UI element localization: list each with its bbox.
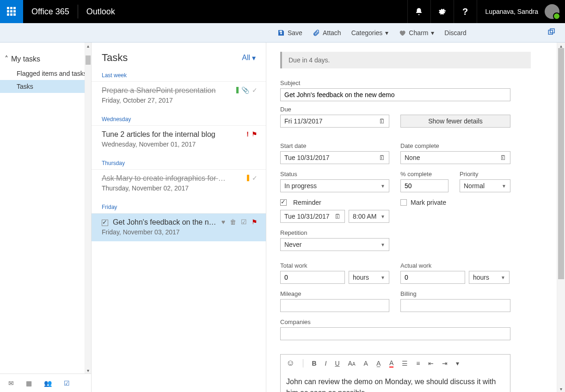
discard-button[interactable]: Discard [444, 29, 466, 37]
actualwork-input[interactable] [400, 271, 465, 284]
billing-input[interactable] [400, 299, 510, 312]
group-friday[interactable]: Friday [92, 197, 266, 213]
notes-textarea[interactable]: John can review the demo on Monday, we s… [281, 372, 510, 392]
popout-icon[interactable] [547, 28, 556, 37]
settings-icon[interactable] [430, 0, 454, 23]
sidebar-item-tasks[interactable]: Tasks [0, 80, 91, 93]
brand-label[interactable]: Office 365 [23, 7, 78, 17]
calendar-icon[interactable]: 🗓 [379, 154, 385, 161]
indent-icon[interactable]: ⇥ [442, 360, 448, 367]
sidebar-head-mytasks[interactable]: ˄ My tasks [0, 51, 91, 67]
app-name[interactable]: Outlook [78, 7, 123, 17]
chevron-down-icon: ▼ [381, 275, 385, 280]
due-date-picker[interactable]: Fri 11/3/2017 🗓 [280, 115, 389, 128]
mileage-input[interactable] [280, 299, 389, 312]
underline-icon[interactable]: U [335, 360, 339, 367]
top-bar: Office 365 Outlook ? Lupanava, Sandra [0, 0, 565, 23]
font-color-icon[interactable]: A [389, 359, 393, 368]
user-name[interactable]: Lupanava, Sandra [477, 0, 545, 23]
calendar-icon[interactable]: 🗓 [334, 213, 341, 220]
charm-button[interactable]: Charm ▾ [399, 29, 434, 37]
main: ˄ My tasks Flagged items and tasks Tasks… [0, 43, 565, 392]
date-complete-picker[interactable]: None 🗓 [400, 151, 510, 164]
tasks-icon[interactable]: ☑ [64, 380, 70, 387]
reminder-checkbox[interactable] [280, 199, 287, 206]
categories-button[interactable]: Categories ▾ [351, 29, 389, 37]
show-fewer-details-button[interactable]: Show fewer details [400, 115, 510, 128]
help-icon[interactable]: ? [454, 0, 477, 23]
subject-input[interactable] [280, 88, 510, 101]
categories-label: Categories [351, 29, 383, 37]
task-row[interactable]: Ask Mary to create infographics for O3… … [92, 169, 266, 197]
attach-button[interactable]: Attach [313, 29, 341, 37]
totalwork-input[interactable] [280, 271, 345, 284]
start-value: Tue 10/31/2017 [284, 154, 330, 161]
private-checkbox[interactable] [400, 199, 407, 206]
datecomplete-label: Date complete [400, 142, 510, 149]
charm-icon[interactable]: ♥ [221, 218, 225, 226]
svg-rect-0 [7, 7, 9, 9]
chevron-down-icon: ▼ [381, 214, 385, 219]
list-filter[interactable]: All ▾ [242, 54, 256, 62]
chevron-down-icon: ▼ [502, 184, 506, 189]
task-date: Friday, November 03, 2017 [102, 228, 256, 236]
complete-checkbox[interactable] [102, 220, 108, 226]
task-title: Ask Mary to create infographics for O3… [102, 174, 256, 183]
task-title: Prepare a SharePoint presentation [102, 86, 256, 95]
bullets-icon[interactable]: ☰ [402, 360, 408, 367]
group-last-week[interactable]: Last week [92, 66, 266, 81]
task-row[interactable]: Prepare a SharePoint presentation Friday… [92, 81, 266, 110]
chevron-down-icon: ▼ [381, 184, 385, 189]
calendar-icon[interactable]: 🗓 [500, 154, 506, 161]
group-wednesday[interactable]: Wednesday [92, 110, 266, 125]
app-launcher-icon[interactable] [0, 0, 23, 23]
svg-rect-4 [10, 10, 12, 12]
highlight-icon[interactable]: A̲ [376, 360, 381, 367]
companies-input[interactable] [280, 327, 510, 340]
start-date-picker[interactable]: Tue 10/31/2017 🗓 [280, 151, 389, 164]
task-row[interactable]: Tune 2 articles for the internal blog We… [92, 125, 266, 153]
calendar-icon[interactable]: 🗓 [379, 117, 385, 125]
actualwork-label: Actual work [400, 262, 510, 269]
font-size-icon[interactable]: AA [348, 360, 356, 367]
notifications-icon[interactable] [407, 0, 430, 23]
sidebar-scrollbar[interactable]: ▴▾ [85, 43, 91, 374]
font-icon[interactable]: A [364, 360, 368, 367]
totalwork-unit-select[interactable]: hours ▼ [349, 271, 389, 284]
avatar[interactable] [545, 4, 559, 19]
task-date: Wednesday, November 01, 2017 [102, 141, 256, 148]
sidebar-head-label: My tasks [11, 55, 40, 63]
save-button[interactable]: Save [277, 29, 302, 37]
reminder-date-value: Tue 10/31/2017 [284, 213, 330, 220]
numbering-icon[interactable]: ≡ [416, 360, 420, 367]
sidebar-item-flagged[interactable]: Flagged items and tasks [0, 67, 91, 80]
priority-select[interactable]: Normal ▼ [460, 179, 510, 192]
status-select[interactable]: In progress ▼ [280, 179, 389, 192]
italic-icon[interactable]: I [325, 360, 327, 367]
svg-rect-1 [10, 7, 12, 9]
task-title: Get John's feedback on the n… [113, 218, 216, 226]
chevron-up-icon: ˄ [5, 55, 8, 63]
delete-icon[interactable]: 🗑 [230, 218, 236, 226]
calendar-icon[interactable]: ▦ [26, 380, 32, 387]
repetition-select[interactable]: Never ▼ [280, 238, 389, 251]
mail-icon[interactable]: ✉ [8, 380, 14, 387]
outdent-icon[interactable]: ⇤ [428, 360, 434, 367]
filter-label: All [242, 54, 250, 62]
actualwork-unit-select[interactable]: hours ▼ [469, 271, 510, 284]
reminder-time-select[interactable]: 8:00 AM ▼ [349, 210, 389, 223]
reminder-date-picker[interactable]: Tue 10/31/2017 🗓 [280, 210, 345, 223]
pct-input[interactable] [400, 179, 448, 192]
group-thursday[interactable]: Thursday [92, 153, 266, 169]
emoji-icon[interactable]: ☺ [286, 358, 295, 368]
mark-complete-icon[interactable]: ☑ [241, 218, 247, 226]
task-date: Friday, October 27, 2017 [102, 97, 256, 104]
people-icon[interactable]: 👥 [44, 380, 52, 387]
detail-scrollbar[interactable]: ▴ ▾ [557, 43, 565, 392]
flag-icon[interactable]: ⚑ [252, 218, 258, 226]
task-row-selected[interactable]: Get John's feedback on the n… Friday, No… [92, 213, 266, 241]
flag-icon[interactable]: ⚑ [252, 130, 258, 138]
bold-icon[interactable]: B [312, 360, 316, 367]
more-formatting-icon[interactable]: ▾ [456, 360, 459, 367]
priority-value: Normal [464, 182, 485, 190]
